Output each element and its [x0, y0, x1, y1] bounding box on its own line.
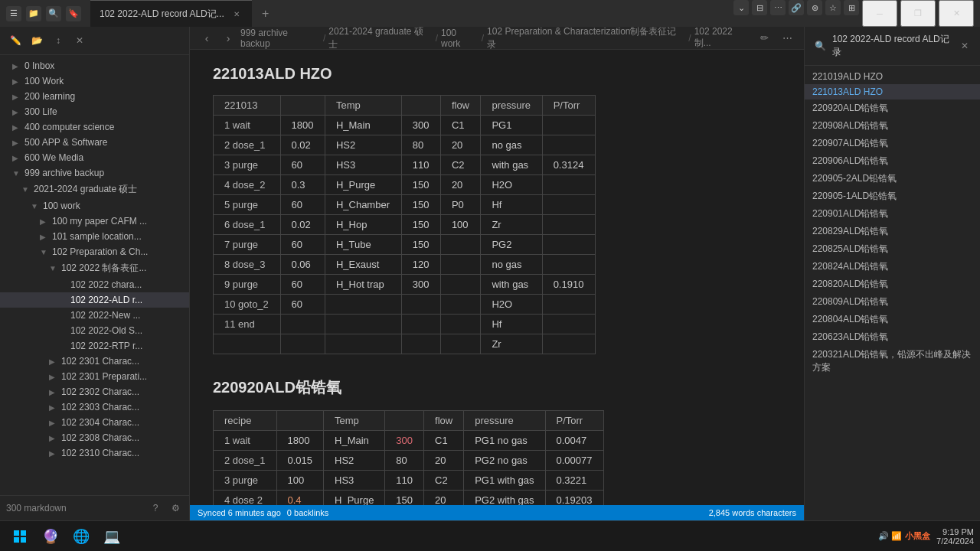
- right-panel-item[interactable]: 221019ALD HZO: [805, 69, 980, 84]
- graph-btn[interactable]: ⊛: [807, 0, 822, 15]
- sidebar-item-102ald[interactable]: ▶ 102 2022-ALD r...: [0, 292, 189, 308]
- right-panel-item[interactable]: 220820ALD铅锆氧: [805, 276, 980, 293]
- sidebar-item-1022022[interactable]: ▼ 102 2022 制备表征...: [0, 259, 189, 277]
- sidebar-item-1022310[interactable]: ▶ 102 2310 Charac...: [0, 445, 189, 461]
- sidebar-item-102rtp[interactable]: ▶ 102 2022-RTP r...: [0, 338, 189, 354]
- sidebar-item-999archive[interactable]: ▼ 999 archive backup: [0, 165, 189, 181]
- table-cell: no gas: [481, 135, 542, 155]
- taskbar-app-terminal[interactable]: 💻: [98, 523, 126, 550]
- split-view-btn[interactable]: ⊟: [752, 0, 767, 15]
- right-panel-search-btn[interactable]: 🔍: [812, 38, 828, 54]
- sidebar-item-1022304[interactable]: ▶ 102 2304 Charac...: [0, 415, 189, 430]
- taskbar-app-browser[interactable]: 🌐: [67, 523, 95, 550]
- new-tab-btn[interactable]: +: [255, 0, 276, 27]
- right-panel-item[interactable]: 220829ALD铅锆氧: [805, 223, 980, 240]
- time-display: 9:19 PM: [936, 527, 974, 536]
- sidebar-new-note-btn[interactable]: ✏️: [6, 31, 24, 50]
- sidebar-item-100mypaper[interactable]: ▶ 100 my paper CAFM ...: [0, 214, 189, 229]
- sidebar-toggle-btn[interactable]: ☰: [6, 6, 21, 21]
- sidebar-item-1022301c[interactable]: ▶ 102 2301 Charac...: [0, 354, 189, 369]
- table-cell: 150: [385, 491, 424, 506]
- right-panel-item[interactable]: 221013ALD HZO: [805, 84, 980, 99]
- right-panel-item[interactable]: 220905-2ALD铅锆氧: [805, 170, 980, 187]
- table-cell: [325, 315, 401, 334]
- star-btn[interactable]: ☆: [825, 0, 841, 15]
- bookmark-btn[interactable]: 🔖: [66, 6, 81, 21]
- sidebar-item-1022302[interactable]: ▶ 102 2302 Charac...: [0, 384, 189, 399]
- sidebar-item-1022303[interactable]: ▶ 102 2303 Charac...: [0, 399, 189, 415]
- right-panel-item[interactable]: 220905-1ALD铅锆氧: [805, 187, 980, 205]
- breadcrumb-item-2[interactable]: 2021-2024 graduate 硕士: [328, 27, 432, 51]
- sidebar-item-1022308[interactable]: ▶ 102 2308 Charac...: [0, 430, 189, 445]
- maximize-btn[interactable]: ❐: [900, 0, 936, 27]
- right-panel-item[interactable]: 220321ALD铅锆氧，铅源不出峰及解决方案: [805, 346, 980, 377]
- table-row: 2 dose_10.015HS28020PG2 no gas0.00077: [214, 451, 604, 471]
- sidebar-item-400cs[interactable]: ▶ 400 computer science: [0, 119, 189, 135]
- table-cell: H_Purge: [325, 175, 401, 195]
- sidebar-item-graduate[interactable]: ▼ 2021-2024 graduate 硕士: [0, 181, 189, 198]
- breadcrumb-item-4[interactable]: 102 Preparation & Characterization制备表征记录: [487, 27, 685, 51]
- nav-back-btn[interactable]: ‹: [198, 29, 216, 47]
- table-cell: 100: [276, 471, 324, 491]
- start-btn[interactable]: [6, 523, 34, 550]
- breadcrumb-item-3[interactable]: 100 work: [441, 28, 479, 49]
- layout-btn[interactable]: ⊞: [844, 0, 859, 15]
- section2-title: 220920ALD铅锆氧: [213, 377, 781, 398]
- tab-close-btn[interactable]: ✕: [230, 8, 243, 20]
- right-panel-tree: 221019ALD HZO221013ALD HZO220920ALD铅锆氧22…: [805, 66, 980, 520]
- right-panel-item[interactable]: 220906ALD铅锆氧: [805, 152, 980, 170]
- right-panel-item[interactable]: 220901ALD铅锆氧: [805, 205, 980, 223]
- table-cell: 0.3124: [542, 155, 595, 175]
- right-panel-item[interactable]: 220623ALD铅锆氧: [805, 328, 980, 346]
- sidebar-item-inbox[interactable]: ▶ 0 Inbox: [0, 58, 189, 73]
- taskbar-app-obsidian[interactable]: 🔮: [37, 523, 64, 550]
- sidebar-item-102old[interactable]: ▶ 102 2022-Old S...: [0, 323, 189, 338]
- sidebar-close-btn[interactable]: ✕: [70, 31, 89, 50]
- right-panel-close-btn[interactable]: ✕: [957, 38, 972, 54]
- sidebar-item-label: 2021-2024 graduate 硕士: [34, 183, 137, 196]
- breadcrumb-item-5[interactable]: 102 2022 制...: [694, 27, 752, 50]
- close-btn[interactable]: ✕: [939, 0, 974, 27]
- share-btn[interactable]: 🔗: [789, 0, 804, 15]
- right-panel-item[interactable]: 220920ALD铅锆氧: [805, 99, 980, 117]
- sidebar-item-101sample[interactable]: ▶ 101 sample location...: [0, 229, 189, 244]
- right-panel-item[interactable]: 220824ALD铅锆氧: [805, 258, 980, 276]
- sidebar-item-1022301p[interactable]: ▶ 102 2301 Preparati...: [0, 369, 189, 384]
- sidebar-item-label: 999 archive backup: [24, 168, 104, 178]
- right-panel-item[interactable]: 220907ALD铅锆氧: [805, 135, 980, 152]
- sidebar-item-label: 100 Work: [24, 76, 64, 86]
- right-panel-item[interactable]: 220908ALD铅锆氧: [805, 117, 980, 135]
- sidebar-footer-settings-btn[interactable]: ⚙: [168, 500, 183, 516]
- table-cell: PG2: [481, 235, 542, 255]
- sidebar-item-500app[interactable]: ▶ 500 APP & Software: [0, 135, 189, 150]
- sidebar-item-100work[interactable]: ▶ 100 Work: [0, 73, 189, 89]
- sidebar-item-102prep[interactable]: ▼ 102 Preparation & Ch...: [0, 244, 189, 259]
- sidebar-open-btn[interactable]: 📂: [28, 31, 46, 50]
- sidebar-item-102chara[interactable]: ▶ 102 2022 chara...: [0, 277, 189, 292]
- more-options-btn[interactable]: ⋯: [770, 0, 786, 15]
- dropdown-arrow-btn[interactable]: ⌄: [733, 0, 749, 15]
- sidebar-item-600media[interactable]: ▶ 600 We Media: [0, 150, 189, 165]
- breadcrumb-edit-btn[interactable]: ✏: [755, 29, 773, 47]
- sidebar-item-300life[interactable]: ▶ 300 Life: [0, 104, 189, 119]
- col-header: Temp: [324, 411, 385, 431]
- breadcrumb-item-1[interactable]: 999 archive backup: [240, 28, 320, 49]
- sidebar-footer-help-btn[interactable]: ?: [148, 500, 163, 516]
- right-panel-item[interactable]: 220804ALD铅锆氧: [805, 311, 980, 328]
- minimize-btn[interactable]: ─: [862, 0, 897, 27]
- table-cell: C1: [440, 116, 481, 135]
- sidebar-item-102new[interactable]: ▶ 102 2022-New ...: [0, 308, 189, 323]
- breadcrumb-more-btn[interactable]: ⋯: [778, 29, 796, 47]
- right-panel-item[interactable]: 220809ALD铅锆氧: [805, 293, 980, 311]
- table-cell: 150: [401, 215, 440, 235]
- sidebar-item-100work-sub[interactable]: ▼ 100 work: [0, 198, 189, 214]
- svg-rect-0: [14, 530, 19, 536]
- nav-forward-btn[interactable]: ›: [219, 29, 237, 47]
- right-panel-item[interactable]: 220825ALD铅锆氧: [805, 240, 980, 258]
- explorer-btn[interactable]: 📁: [26, 6, 41, 21]
- sidebar-item-200learning[interactable]: ▶ 200 learning: [0, 89, 189, 104]
- active-tab[interactable]: 102 2022-ALD record ALD记... ✕: [90, 0, 252, 27]
- table-cell: no gas: [481, 255, 542, 275]
- sidebar-sort-btn[interactable]: ↕: [49, 31, 67, 50]
- search-btn[interactable]: 🔍: [46, 6, 61, 21]
